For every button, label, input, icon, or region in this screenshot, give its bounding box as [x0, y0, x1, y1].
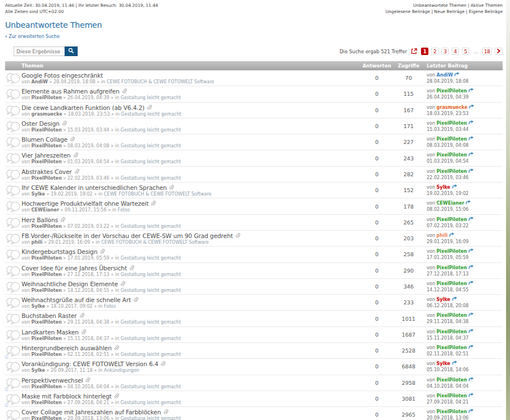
forum-link[interactable]: Gestaltung leicht gemacht	[121, 95, 181, 100]
lastpost-user-link[interactable]: PixelPiloten	[436, 409, 467, 414]
lastpost-user-link[interactable]: Sylke	[436, 185, 450, 190]
quicklink-row2-1[interactable]: Ungelesene Beiträge	[385, 9, 430, 14]
topic-title-link[interactable]: Cover Idee für eine Jahres Übersicht	[22, 265, 127, 271]
goto-lastpost-icon[interactable]	[469, 249, 474, 254]
goto-lastpost-icon[interactable]	[469, 345, 474, 350]
goto-lastpost-icon[interactable]	[469, 105, 474, 110]
forum-link[interactable]: Gestaltung leicht gemacht	[121, 288, 181, 293]
goto-lastpost-icon[interactable]	[452, 297, 457, 302]
goto-lastpost-icon[interactable]	[469, 152, 474, 158]
lastpost-user-link[interactable]: PixelPiloten	[436, 393, 467, 398]
quicklink-row2-3[interactable]: Eigene Beiträge	[469, 9, 503, 14]
topic-title-link[interactable]: Landkarten Masken	[22, 329, 79, 336]
lastpost-user-link[interactable]: CEWEianer	[436, 201, 464, 206]
forum-link[interactable]: CEWE FOTOBUCH & CEWE FOTOWELT Software	[104, 192, 211, 197]
goto-lastpost-icon[interactable]	[469, 217, 474, 222]
goto-lastpost-icon[interactable]	[469, 265, 474, 270]
quicklink-row1-2[interactable]: Aktive Themen	[470, 3, 503, 8]
topic-title-link[interactable]: Maske mit Farbblock hinterlegt	[22, 393, 112, 400]
goto-lastpost-icon[interactable]	[466, 201, 471, 206]
topic-title-link[interactable]: Cover Collage mit Jahreszahlen auf Farbb…	[22, 409, 161, 415]
page-jump-icon[interactable]	[411, 48, 417, 54]
topic-title-link[interactable]: Buchstaben Raster	[22, 312, 77, 319]
quicklink-row1-1[interactable]: Unbeantwortete Themen	[413, 3, 466, 8]
topic-title-link[interactable]: Google Fotos eingeschränkt	[22, 72, 103, 79]
goto-lastpost-icon[interactable]	[449, 233, 454, 238]
page-button-3[interactable]: 3	[441, 48, 449, 55]
quicklink-row2-2[interactable]: Neue Beiträge	[434, 9, 465, 14]
topic-title-link[interactable]: Abstraktes Cover	[22, 168, 72, 175]
goto-lastpost-icon[interactable]	[469, 169, 474, 174]
lastpost-user-link[interactable]: PixelPiloten	[436, 88, 467, 94]
page-button-2[interactable]: 2	[431, 48, 439, 55]
forum-link[interactable]: Fotos	[118, 207, 130, 213]
lastpost-user-link[interactable]: PixelPiloten	[436, 249, 467, 254]
lastpost-user-link[interactable]: PixelPiloten	[436, 377, 467, 383]
forum-link[interactable]: CEWE FOTOBUCH & CEWE FOTOWELT Software	[101, 240, 209, 245]
forum-link[interactable]: Gestaltung leicht gemacht	[121, 352, 181, 357]
forum-link[interactable]: CEWE FOTOBUCH & CEWE FOTOWELT Software	[107, 79, 214, 84]
goto-lastpost-icon[interactable]	[469, 377, 474, 383]
topic-title-link[interactable]: Weihnachtsgrüße auf die schnelle Art	[22, 296, 131, 303]
lastpost-user-link[interactable]: PixelPiloten	[436, 169, 467, 174]
forum-link[interactable]: Fotos	[104, 304, 116, 309]
topic-title-link[interactable]: Kindergeburtstags Design	[22, 248, 97, 255]
goto-lastpost-icon[interactable]	[452, 361, 457, 366]
forum-link[interactable]: Gestaltung leicht gemacht	[121, 320, 181, 325]
lastpost-user-link[interactable]: PixelPiloten	[436, 137, 467, 142]
topic-title-link[interactable]: Herz Ballons	[22, 217, 58, 223]
topic-title-link[interactable]: Oster Design	[22, 120, 60, 127]
search-input[interactable]	[14, 46, 65, 56]
forum-link[interactable]: Gestaltung leicht gemacht	[121, 112, 181, 117]
topic-title-link[interactable]: Ihr CEWE Kalender in unterschiedlichen S…	[22, 184, 167, 191]
forum-link[interactable]: Gestaltung leicht gemacht	[121, 224, 181, 229]
search-button[interactable]	[65, 46, 78, 56]
next-page-button[interactable]	[495, 48, 503, 55]
goto-lastpost-icon[interactable]	[469, 329, 474, 334]
topic-title-link[interactable]: Die cewe Landkarten Funktion (ab V6.4.2)	[22, 104, 144, 111]
goto-lastpost-icon[interactable]	[469, 393, 474, 398]
forum-link[interactable]: Gestaltung leicht gemacht	[121, 128, 181, 133]
lastpost-user-link[interactable]: PixelPiloten	[436, 217, 467, 222]
forum-link[interactable]: Gestaltung leicht gemacht	[121, 143, 181, 149]
lastpost-user-link[interactable]: Sylke	[436, 297, 450, 302]
forum-link[interactable]: Gestaltung leicht gemacht	[121, 256, 181, 261]
page-button-18[interactable]: 18	[482, 48, 492, 55]
lastpost-user-link[interactable]: PixelPiloten	[436, 152, 467, 158]
page-button-4[interactable]: 4	[452, 48, 459, 55]
lastpost-user-link[interactable]: PixelPiloten	[436, 265, 467, 270]
goto-lastpost-icon[interactable]	[469, 281, 474, 286]
topic-title-link[interactable]: Vorankündigung: CEWE FOTOWELT Version 6.…	[22, 360, 158, 367]
forum-link[interactable]: Gestaltung leicht gemacht	[121, 336, 181, 341]
goto-lastpost-icon[interactable]	[469, 88, 474, 94]
topic-title-link[interactable]: FB Vorder-/Rückseite in der Vorschau der…	[22, 232, 233, 239]
goto-lastpost-icon[interactable]	[452, 185, 457, 190]
forum-link[interactable]: Gestaltung leicht gemacht	[121, 272, 181, 277]
lastpost-user-link[interactable]: phili	[436, 233, 448, 238]
topic-title-link[interactable]: Elemente aus Rahmen aufgreifen	[22, 88, 120, 95]
forum-link[interactable]: Gestaltung leicht gemacht	[121, 176, 181, 181]
goto-lastpost-icon[interactable]	[469, 121, 474, 126]
topic-title-link[interactable]: Weihnachtliche Design Elemente	[22, 281, 118, 287]
advanced-search-link[interactable]: ‹ Zur erweiterten Suche	[5, 33, 60, 39]
topic-title-link[interactable]: Vier Jahreszeiten	[22, 152, 71, 159]
goto-lastpost-icon[interactable]	[454, 73, 460, 78]
lastpost-user-link[interactable]: PixelPiloten	[436, 313, 467, 318]
lastpost-user-link[interactable]: PixelPiloten	[436, 281, 467, 286]
forum-link[interactable]: Gestaltung leicht gemacht	[121, 416, 181, 420]
topic-title-link[interactable]: Blumen Collage	[22, 136, 67, 143]
page-button-5[interactable]: 5	[462, 48, 469, 55]
lastpost-user-link[interactable]: Sylke	[436, 361, 450, 366]
topic-title-link[interactable]: Hintergrundbereich auswählen	[22, 345, 112, 351]
lastpost-user-link[interactable]: PixelPiloten	[436, 121, 467, 126]
forum-link[interactable]: Gestaltung leicht gemacht	[121, 159, 181, 164]
lastpost-user-link[interactable]: PixelPiloten	[436, 345, 467, 350]
lastpost-user-link[interactable]: PixelPiloten	[436, 329, 467, 334]
goto-lastpost-icon[interactable]	[469, 137, 474, 142]
topic-title-link[interactable]: Perspektivenwechsel	[22, 377, 83, 384]
page-button-1[interactable]: 1	[421, 48, 428, 55]
forum-link[interactable]: Gestaltung leicht gemacht	[121, 400, 181, 405]
lastpost-user-link[interactable]: AndiW	[436, 73, 453, 78]
forum-link[interactable]: Ankündigungen	[104, 368, 139, 373]
goto-lastpost-icon[interactable]	[469, 313, 474, 318]
